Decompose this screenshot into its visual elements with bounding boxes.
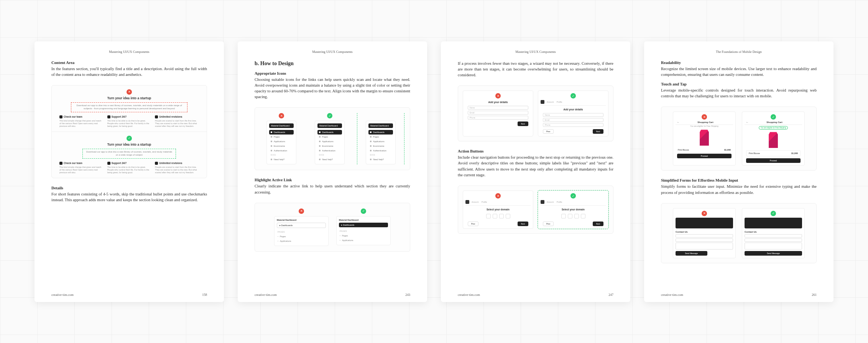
bad-icon: ✕ [127,89,132,95]
product-image [698,130,711,146]
body-text: Choosing suitable icons for the links ca… [255,77,410,100]
page-4: The Foundations of Mobile Design Readabi… [644,41,833,302]
illustration-contact-form: ✕ Contact Us Send Message ✓ Contact Us S… [661,203,817,263]
body-text: Leverage mobile-specific controls design… [661,87,817,99]
bad-icon: ✕ [495,193,501,199]
page-1: Mastering UI/UX Components Content Area … [35,41,224,302]
bad-icon: ✕ [702,114,707,120]
bad-icon: ✕ [299,208,304,214]
body-text: Clearly indicate the active link to help… [255,183,410,195]
body-text: Recognize the limited screen size of mob… [661,66,817,77]
page-number: 158 [202,293,207,297]
body-text: Include clear navigation buttons for pro… [458,154,613,178]
bad-icon: ✕ [702,211,707,216]
section-title: Simplified Forms for Effortless Mobile I… [661,178,817,182]
illustration-wizard: ✕ Add your details Name Email Phone Next… [458,85,613,141]
section-title: Action Buttons [458,149,613,153]
section-title: Details [51,186,207,190]
good-icon: ✓ [771,211,776,216]
footer-source: creative-tim.com [51,293,74,297]
illustration-action-buttons: ✕ AccountProfile Select your domain Prev… [458,185,613,234]
page-footer: creative-tim.com 158 [51,293,207,297]
section-title: Highlight Active Link [255,178,410,182]
section-title: Content Area [51,61,207,65]
body-text: In the features section, you'll typicall… [51,66,207,77]
page-number: 261 [812,293,817,297]
illustration-shopping-cart: ✕ ←Shopping Cart You are eligible for Fr… [661,107,817,171]
dashed-good: Download our app to dive into a vast lib… [82,149,176,159]
page-number: 243 [405,293,410,297]
section-title: Appropriate Icons [255,71,410,75]
page-2: Mastering UI/UX Components b. How to Des… [238,41,427,302]
page-footer: creative-tim.com 247 [458,293,613,297]
intro-text: If a process involves fewer than two sta… [458,61,613,78]
body-text: Simplify forms to facilitate user input.… [661,184,817,195]
illustration-active-link: ✕ Material Dashboard ▸ Dashboards PAGES … [255,203,410,252]
chapter-heading: b. How to Design [255,61,410,67]
page-3: Mastering UI/UX Components If a process … [441,41,630,302]
page-header: Mastering UI/UX Components [458,50,613,54]
page-number: 247 [608,293,613,297]
page-header: Mastering UI/UX Components [255,50,410,54]
page-header: The Foundations of Mobile Design [661,50,817,54]
good-icon: ✓ [570,193,576,199]
page-header: Mastering UI/UX Components [51,50,207,54]
product-image [767,132,780,148]
hero-title: Turn your idea into a startup [59,96,199,100]
good-icon: ✓ [570,93,576,98]
section-title: Readability [661,61,817,65]
footer-source: creative-tim.com [458,293,480,297]
good-icon: ✓ [771,114,776,120]
page-footer: creative-tim.com 261 [661,293,817,297]
illustration-icons: ✕ Material Dashboard Dashboards Pages Ap… [255,107,410,170]
bad-icon: ✕ [495,93,501,98]
footer-source: creative-tim.com [255,293,277,297]
illustration-content-area: ✕ Turn your idea into a startup Download… [51,85,207,178]
bad-icon: ✕ [279,113,284,118]
good-icon: ✓ [327,113,332,118]
good-icon: ✓ [127,136,132,141]
body-text: For short features consisting of 4-5 wor… [51,191,207,203]
dashed-bad: Download our app to dive into a vast lib… [71,102,187,112]
footer-source: creative-tim.com [661,293,683,297]
section-title: Touch and Tap [661,82,817,86]
good-icon: ✓ [361,208,366,214]
page-footer: creative-tim.com 243 [255,293,410,297]
